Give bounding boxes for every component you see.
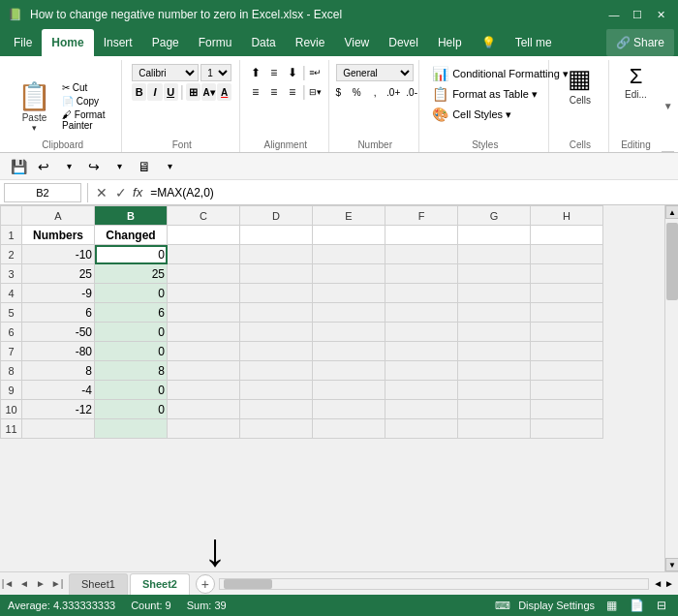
col-header-B[interactable]: B [95,206,168,226]
undo-button[interactable]: ↩ [33,156,54,177]
cell[interactable] [385,284,458,303]
cell[interactable] [313,361,385,381]
menu-formulas[interactable]: Formu [189,29,242,56]
cell[interactable]: 6 [22,303,95,323]
sheet-first-button[interactable]: |◄ [0,576,15,592]
row-header-1[interactable]: 1 [1,226,22,245]
cell[interactable] [168,226,240,245]
cell[interactable] [168,400,240,419]
sheet-prev-button[interactable]: ◄ [16,576,32,592]
menu-share[interactable]: 🔗 Share [606,29,674,56]
sheet-last-button[interactable]: ►| [49,576,65,592]
more-quick-button[interactable]: ▾ [159,156,180,177]
menu-page[interactable]: Page [142,29,189,56]
add-sheet-button[interactable]: + [196,574,215,594]
col-header-G[interactable]: G [458,206,531,226]
percent-button[interactable]: % [348,83,365,101]
tab-sheet1[interactable]: Sheet1 [69,573,128,595]
cell[interactable] [385,303,458,323]
minimize-button[interactable]: — [604,8,624,21]
font-size-select[interactable]: 11 [200,64,231,81]
normal-view-button[interactable]: ▦ [602,597,620,614]
maximize-button[interactable]: ☐ [628,8,647,21]
bold-button[interactable]: B [132,83,146,101]
col-header-E[interactable]: E [313,206,385,226]
cell[interactable] [385,264,458,284]
cell[interactable] [531,226,603,245]
window-controls[interactable]: — ☐ ✕ [604,8,670,21]
fill-color-button[interactable]: A▾ [201,83,216,101]
align-center-button[interactable]: ≡ [265,83,283,101]
merge-button[interactable]: ⊟▾ [307,83,324,101]
menu-home[interactable]: Home [42,29,93,56]
cell[interactable] [313,226,385,245]
number-format-select[interactable]: General [336,64,414,81]
redo-button[interactable]: ↪ [83,156,105,177]
cut-button[interactable]: ✂ Cut [59,81,113,94]
cell[interactable] [531,323,603,342]
align-right-button[interactable]: ≡ [284,83,301,101]
row-header-8[interactable]: 8 [1,361,22,381]
format-painter-button[interactable]: 🖌 Format Painter [59,108,113,132]
cell[interactable] [385,226,458,245]
cancel-formula-button[interactable]: ✕ [94,185,109,200]
font-color-button[interactable]: A [217,83,231,101]
cell[interactable] [458,323,531,342]
sheet-next-button[interactable]: ► [33,576,48,592]
cell[interactable]: 0 [95,381,168,400]
cell[interactable] [531,381,603,400]
cell[interactable] [531,342,603,361]
align-left-button[interactable]: ≡ [247,83,264,101]
cell[interactable] [168,245,240,264]
cell[interactable]: 25 [95,264,168,284]
paste-button[interactable]: 📋 Paste ▾ [12,78,57,135]
menu-data[interactable]: Data [241,29,285,56]
align-middle-button[interactable]: ≡ [265,64,283,81]
row-header-6[interactable]: 6 [1,323,22,342]
cell[interactable] [240,303,313,323]
insert-function-button[interactable]: fx [133,185,142,200]
cell[interactable] [458,342,531,361]
cell[interactable] [458,226,531,245]
display-settings-button[interactable]: Display Settings [518,600,595,611]
cell[interactable] [458,264,531,284]
menu-insert[interactable]: Insert [94,29,142,56]
wrap-text-button[interactable]: ≡↵ [307,64,324,81]
menu-help[interactable]: Help [428,29,472,56]
cell[interactable] [168,323,240,342]
row-header-4[interactable]: 4 [1,284,22,303]
scroll-up-button[interactable]: ▲ [665,205,678,219]
row-header-3[interactable]: 3 [1,264,22,284]
scroll-down-button[interactable]: ▼ [665,558,678,571]
scroll-left-button[interactable]: ◄ [653,578,663,589]
col-header-C[interactable]: C [168,206,240,226]
menu-review[interactable]: Revie [286,29,335,56]
redo-dropdown-button[interactable]: ▾ [108,156,130,177]
cell[interactable] [531,400,603,419]
cell[interactable]: 0 [95,323,168,342]
ribbon-scroll-button[interactable]: ▼ [662,60,674,152]
cell[interactable] [240,419,313,439]
menu-developer[interactable]: Devel [379,29,428,56]
row-header-9[interactable]: 9 [1,381,22,400]
menu-lightbulb-icon[interactable]: 💡 [472,29,506,56]
page-break-button[interactable]: ⊟ [653,597,670,614]
menu-file[interactable]: File [4,29,42,56]
cell[interactable] [240,381,313,400]
cell[interactable] [313,245,385,264]
cell[interactable] [531,264,603,284]
row-header-2[interactable]: 2 [1,245,22,264]
cell[interactable] [385,342,458,361]
cell[interactable]: 0 [95,400,168,419]
cell[interactable]: 8 [22,361,95,381]
scroll-thumb[interactable] [666,223,678,300]
cell[interactable] [240,323,313,342]
cell[interactable] [458,284,531,303]
menu-view[interactable]: View [334,29,379,56]
italic-button[interactable]: I [147,83,162,101]
screen-button[interactable]: 🖥 [134,156,155,177]
cell[interactable] [168,342,240,361]
cell[interactable] [240,284,313,303]
cell[interactable] [385,323,458,342]
cell[interactable]: -9 [22,284,95,303]
